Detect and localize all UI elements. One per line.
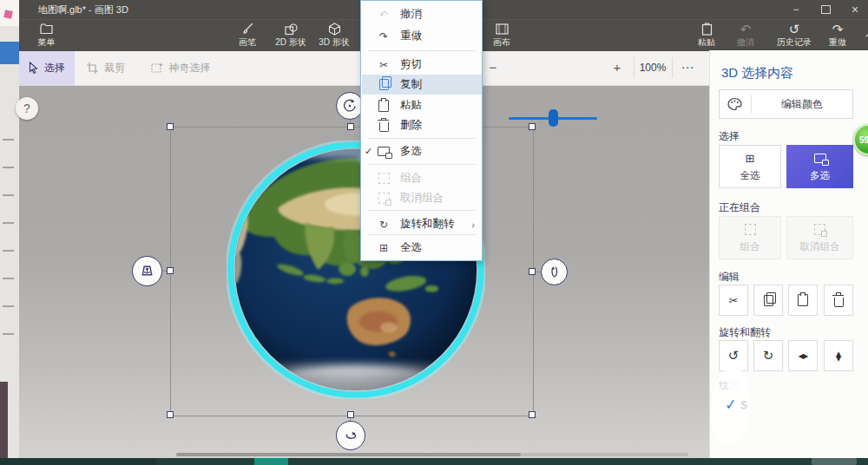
scissors-icon: ✂ <box>729 294 739 307</box>
scale-handle-bottom-center[interactable] <box>347 411 354 418</box>
paste-button-panel[interactable] <box>788 285 818 316</box>
rotate-x-handle[interactable] <box>132 256 162 286</box>
flip-horizontal-button[interactable]: ◀▶ <box>788 340 818 371</box>
scale-handle-top-center[interactable] <box>347 123 354 130</box>
check-icon: ✓ <box>365 146 372 157</box>
panel-title: 3D 选择内容 <box>721 65 793 82</box>
background-text-fragment <box>3 278 14 279</box>
scale-handle-top-left[interactable] <box>167 123 174 130</box>
menu-item-multiselect[interactable]: ✓ 多选 <box>362 141 482 161</box>
group-icon <box>745 223 756 237</box>
horizontal-scrollbar-track[interactable] <box>176 453 688 456</box>
edit-color-button[interactable]: 编辑颜色 <box>719 89 853 119</box>
select-tool-button[interactable]: 选择 <box>19 50 75 85</box>
magic-select-label: 神奇选择 <box>169 61 211 75</box>
cut-button[interactable]: ✂ <box>719 285 748 316</box>
clipboard-paste-icon <box>798 294 808 306</box>
rotate-left-button[interactable]: ↺ <box>719 340 748 371</box>
redo-button[interactable]: ↷ 重做 <box>816 22 859 51</box>
background-text-fragment <box>3 333 14 335</box>
group-button-disabled[interactable]: 组合 <box>719 216 781 259</box>
clipboard-paste-icon <box>374 100 393 112</box>
close-button[interactable]: × <box>842 0 868 19</box>
menu-item-ungroup[interactable]: 取消组合 <box>362 188 482 208</box>
help-button[interactable]: ? <box>16 97 38 120</box>
scale-handle-bottom-right[interactable] <box>529 411 536 418</box>
paste-button[interactable]: 粘贴 <box>684 22 729 51</box>
badge-text: 59 <box>859 135 868 145</box>
brush-icon <box>224 22 271 36</box>
background-window-highlight <box>0 42 19 64</box>
3d-shapes-button[interactable]: 3D 形状 <box>311 22 358 51</box>
multi-select-icon <box>814 152 826 166</box>
horizontal-scrollbar-thumb[interactable] <box>176 453 521 456</box>
rotate-right-button[interactable]: ↻ <box>753 340 783 371</box>
rotate-y-handle-bottom[interactable] <box>336 421 365 450</box>
undo-button-disabled[interactable]: ↶ 撤消 <box>724 22 767 51</box>
more-options-button[interactable]: ⋯ <box>677 57 698 78</box>
maximize-button[interactable] <box>812 0 838 19</box>
flip-vertical-button[interactable]: ◀▶ <box>824 340 853 371</box>
select-all-grid-icon: ⊞ <box>374 242 393 254</box>
menu-item-paste[interactable]: 粘贴 <box>362 95 482 115</box>
menu-item-delete[interactable]: 删除 <box>362 115 482 135</box>
magic-select-button[interactable]: 神奇选择 <box>137 50 224 85</box>
select-all-button[interactable]: ⊞ 全选 <box>719 145 781 188</box>
rotate-y-handle-right[interactable] <box>541 259 568 285</box>
menu-item-select-all[interactable]: ⊞ 全选 <box>362 238 482 258</box>
canvas-button[interactable]: 画布 <box>479 22 524 51</box>
history-button[interactable]: ↺ 历史记录 <box>769 22 819 51</box>
ungroup-button-disabled[interactable]: 取消组合 <box>786 216 853 259</box>
select-section-label: 选择 <box>719 129 740 144</box>
context-menu: ↶ 撤消 ↷ 重做 ✂ 剪切 复制 粘贴 删除 ✓ 多选 组合 取消组合 ↻ 旋… <box>360 0 483 261</box>
background-window-sliver <box>0 0 19 465</box>
menu-item-undo[interactable]: ↶ 撤消 <box>362 4 482 24</box>
edit-section-label: 编辑 <box>719 270 740 285</box>
menu-item-copy[interactable]: 复制 <box>362 75 482 95</box>
flip-vertical-icon: ◀▶ <box>835 351 843 360</box>
zoom-in-button[interactable]: + <box>607 57 628 78</box>
minimize-button[interactable]: − <box>783 0 809 19</box>
2d-shapes-button[interactable]: 2D 形状 <box>267 22 314 51</box>
background-text-fragment <box>3 250 14 252</box>
crop-tool-label: 裁剪 <box>104 61 125 75</box>
copy-button[interactable] <box>753 285 783 316</box>
background-text-fragment <box>3 167 14 168</box>
copy-icon <box>764 295 773 306</box>
rotate-section-label: 旋转和翻转 <box>719 325 771 340</box>
crop-tool-button[interactable]: 裁剪 <box>80 50 132 85</box>
ungroup-icon <box>814 223 825 237</box>
taskbar-clock-blur <box>812 458 857 465</box>
scissors-icon: ✂ <box>374 59 393 71</box>
zoom-percentage[interactable]: 100% <box>634 62 672 74</box>
scale-handle-bottom-left[interactable] <box>167 411 174 418</box>
menu-item-redo[interactable]: ↷ 重做 <box>362 26 482 46</box>
scale-handle-top-right[interactable] <box>529 123 536 130</box>
brushes-button[interactable]: 画笔 <box>224 22 271 51</box>
2d-shape-icon <box>267 22 314 36</box>
zoom-slider-thumb[interactable] <box>549 109 558 127</box>
rotate-ccw-icon: ↺ <box>728 348 740 363</box>
menu-item-group[interactable]: 组合 <box>362 168 482 188</box>
menu-item-rotate-flip[interactable]: ↻ 旋转和翻转 › <box>362 214 482 234</box>
rotate-flat-icon <box>343 428 359 444</box>
menu-item-cut[interactable]: ✂ 剪切 <box>362 55 482 75</box>
cursor-arrow-icon <box>29 62 38 74</box>
collapse-ribbon-button[interactable] <box>859 22 868 51</box>
zoom-out-button[interactable]: − <box>483 57 503 78</box>
scale-handle-middle-right[interactable] <box>529 268 536 275</box>
menu-button[interactable]: 菜单 <box>24 22 68 51</box>
background-text-fragment <box>3 222 14 224</box>
undo-icon: ↶ <box>374 9 393 21</box>
trash-icon <box>834 298 844 307</box>
rotate-icon: ↻ <box>374 219 393 231</box>
taskbar-segment <box>0 458 156 465</box>
magic-select-icon <box>151 62 163 74</box>
flip-horizontal-icon: ◀▶ <box>799 352 807 360</box>
rotate-cw-icon: ↻ <box>763 348 774 363</box>
delete-button[interactable] <box>824 285 853 316</box>
redo-icon: ↷ <box>374 30 393 43</box>
multi-select-button-active[interactable]: 多选 <box>786 145 853 188</box>
scale-handle-middle-left[interactable] <box>167 267 174 274</box>
menu-separator <box>368 138 476 139</box>
